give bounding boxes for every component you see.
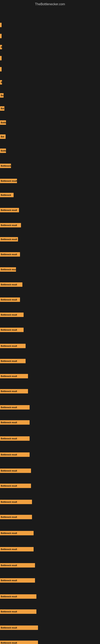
bar [0, 34, 1, 38]
bar-label-text: Bottleneck result [1, 532, 17, 534]
bar: Bottleneck result [0, 452, 30, 457]
bar-row: Bot [0, 106, 100, 111]
bar-row: Bottleneck result [0, 547, 100, 552]
bar: Bottleneck result [0, 344, 26, 348]
bar-label-text: Bottleneck result [1, 501, 17, 503]
bar-row: Bottleneck result [0, 420, 100, 425]
bar-row: Bottle [0, 148, 100, 153]
bar-row: Bottleneck result [0, 436, 100, 441]
bar-row [0, 23, 100, 27]
bar: Bottleneck result [0, 420, 30, 425]
bar-row: B [0, 80, 100, 84]
bar-label-text: Bottleneck result [1, 253, 17, 256]
bar-label-text: Bottleneck result [1, 180, 17, 182]
bar [0, 67, 1, 72]
bar: Bot [0, 106, 4, 111]
bar: Bottleneck result [0, 626, 38, 630]
bar-label-text: Bottleneck result [1, 516, 17, 518]
bar-label-text: Bottle [1, 122, 6, 124]
bar-row: Bottleneck result [0, 468, 100, 473]
bar-label-text: B [1, 46, 2, 48]
chart-area: BBBotBotBottleBotBottleBottleneckBottlen… [0, 8, 100, 642]
bar-row: Bottleneck [0, 164, 100, 168]
bar: Bottleneck result [0, 208, 19, 212]
bar-row: Bottleneck result [0, 515, 100, 519]
bar [0, 23, 1, 27]
bar-label-text: Bottleneck result [1, 485, 17, 487]
bar-row: B [0, 45, 100, 49]
bar-label-text: Bottleneck result [1, 642, 17, 644]
bar-row [0, 67, 100, 72]
bar: Bottleneck result [0, 282, 22, 287]
bar: B [0, 80, 2, 84]
bar: Bottleneck result [0, 359, 26, 363]
bar: Bottleneck result [0, 328, 24, 332]
bar-row: Bottleneck result [0, 452, 100, 457]
bar-label-text: Bottleneck result [1, 454, 17, 456]
bar-label-text: Bottleneck result [1, 314, 17, 316]
bar-row: Bot [0, 93, 100, 98]
bar-row: Bottleneck result [0, 282, 100, 287]
bar: Bottleneck result [0, 179, 17, 183]
bar: Bottleneck [0, 164, 11, 168]
bar: Bottleneck result [0, 563, 35, 568]
bar-label-text: Bottleneck result [1, 580, 17, 582]
bar: Bottleneck result [0, 515, 32, 519]
bar-row: Bottleneck result [0, 640, 100, 644]
bar-row: Bottleneck result [0, 578, 100, 582]
bar-label-text: Bottle [1, 150, 6, 152]
bar: Bottleneck result [0, 223, 21, 228]
bar: Bottleneck result [0, 500, 32, 504]
bar-label-text: Bot [1, 136, 4, 138]
bar-label-text: Bottleneck result [1, 360, 17, 362]
bar-row: Bottleneck result [0, 179, 100, 183]
bar-label-text: Bottleneck result [1, 564, 17, 566]
bar: Bottleneck result [0, 312, 24, 317]
bar: Bottleneck result [0, 610, 36, 614]
bar-label-text: Bottleneck result [1, 209, 17, 211]
bar-row: Bottleneck result [0, 374, 100, 378]
bar-row: Bottleneck result [0, 389, 100, 394]
bar-label-text: Bottleneck result [1, 422, 17, 424]
bar-label-text: Bottleneck result [1, 329, 17, 331]
bar-label-text: Bottleneck [1, 194, 11, 196]
bar-row: Bot [0, 134, 100, 139]
bar: Bottleneck result [0, 547, 34, 552]
bar-row [0, 56, 100, 60]
bar-label-text: Bottleneck result [1, 284, 17, 286]
bar: B [0, 45, 2, 49]
bar: Bot [0, 93, 3, 98]
bar-row: Bottleneck result [0, 359, 100, 363]
bar-label-text: Bottleneck result [1, 345, 17, 347]
bar: Bottleneck result [0, 389, 28, 394]
bar-label-text: Bottleneck [1, 165, 11, 167]
bar-label-text: Bottleneck result [1, 390, 17, 392]
bar-label-text: Bottleneck result [1, 375, 17, 377]
bar-row: Bottleneck result [0, 626, 100, 630]
bar-row: Bottleneck result [0, 267, 100, 272]
bar-label-text: Bot [1, 108, 4, 110]
bar-row: Bottleneck result [0, 531, 100, 535]
bar: Bottleneck result [0, 468, 31, 473]
bar-row: Bottleneck result [0, 610, 100, 614]
bar: Bottleneck result [0, 267, 16, 272]
bar-row: Bottle [0, 120, 100, 125]
bar: Bottleneck result [0, 298, 20, 302]
bar: Bottleneck result [0, 578, 35, 582]
bar-label-text: Bottleneck result [1, 627, 17, 629]
bar-row: Bottleneck result [0, 500, 100, 504]
bar-row: Bottleneck result [0, 484, 100, 488]
bar: Bot [0, 134, 6, 139]
bar-row [0, 34, 100, 38]
bar-row: Bottleneck result [0, 252, 100, 256]
bar-label-text: Bottleneck result [1, 470, 17, 472]
bar-row: Bottleneck result [0, 208, 100, 212]
bar: Bottleneck result [0, 237, 18, 242]
bar: Bottleneck [0, 193, 14, 197]
bar: Bottleneck result [0, 531, 34, 535]
site-title: TheBottlenecker.com [0, 0, 100, 8]
bar-label-text: Bottleneck result [1, 268, 16, 271]
bar [0, 56, 1, 60]
bar-row: Bottleneck result [0, 344, 100, 348]
bar-row: Bottleneck [0, 193, 100, 197]
